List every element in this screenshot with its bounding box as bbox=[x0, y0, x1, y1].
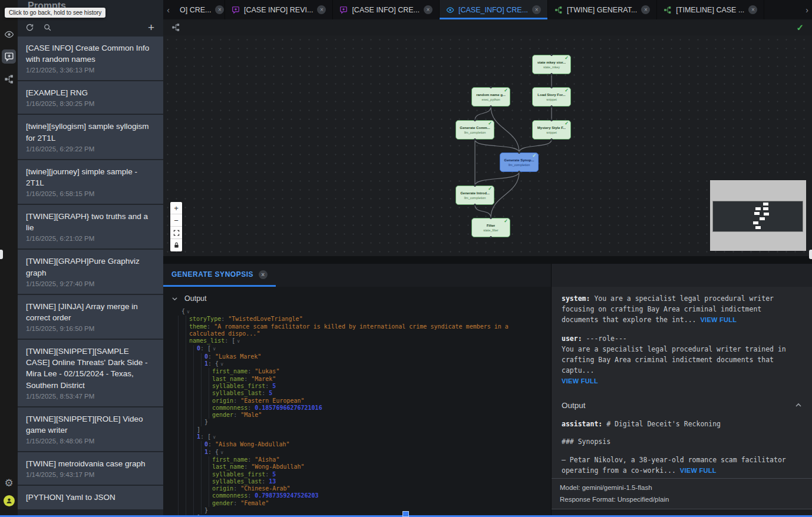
tab-strip: O] CRE...×[CASE INFO] REVI...×[CASE INFO… bbox=[173, 0, 802, 19]
graph-node[interactable]: ✓Generate Introd...llm_completion bbox=[455, 185, 494, 205]
expand-caret-icon[interactable]: ∨ bbox=[211, 346, 216, 352]
splitter-grip-left[interactable] bbox=[0, 250, 3, 259]
prompt-list-item[interactable]: [twine][syllogism] sample syllogism for … bbox=[18, 115, 163, 158]
node-handle[interactable] bbox=[490, 217, 492, 219]
json-line: 1: { ∨ bbox=[163, 360, 551, 368]
prompt-list-item[interactable]: [TWINE] metroidvania case graph1/14/2025… bbox=[18, 452, 163, 485]
minimap-node bbox=[753, 221, 758, 224]
node-handle[interactable] bbox=[474, 184, 476, 187]
node-handle[interactable] bbox=[490, 236, 492, 238]
prompt-item-title: [TWINE] metroidvania case graph bbox=[26, 458, 155, 469]
add-prompt-button[interactable]: + bbox=[148, 22, 154, 33]
prompt-list-item[interactable]: [PYTHON] Yaml to JSON bbox=[18, 486, 163, 509]
expand-caret-icon[interactable]: ∨ bbox=[211, 435, 216, 440]
node-handle[interactable] bbox=[490, 105, 492, 108]
node-handle[interactable] bbox=[474, 119, 476, 121]
node-handle[interactable] bbox=[550, 86, 553, 88]
json-line: } bbox=[163, 507, 551, 514]
prompt-list-item[interactable]: [CASE INFO] Create Common Info with rand… bbox=[18, 37, 163, 80]
editor-tab[interactable]: [CASE INFO] REVI...× bbox=[225, 0, 333, 19]
account-icon[interactable] bbox=[2, 493, 16, 508]
node-handle[interactable] bbox=[518, 171, 520, 173]
prompt-list-item[interactable]: [TWINE][SNIPPET][SAMPLE CASE] Online Thr… bbox=[18, 340, 163, 406]
prompt-icon[interactable] bbox=[2, 49, 16, 64]
view-full-link[interactable]: VIEW FULL bbox=[700, 316, 737, 323]
tab-close-icon[interactable]: × bbox=[317, 5, 326, 14]
editor-tab[interactable]: [TWINE] GENERAT...× bbox=[548, 0, 657, 19]
node-handle[interactable] bbox=[518, 151, 520, 154]
node-handle[interactable] bbox=[474, 138, 476, 141]
graph-node[interactable]: ✓Load Story For...snippet bbox=[532, 87, 571, 107]
expand-caret-icon[interactable]: ∨ bbox=[219, 362, 223, 367]
tab-close-icon[interactable]: × bbox=[532, 5, 541, 14]
editor-tab[interactable]: O] CRE...× bbox=[173, 0, 225, 19]
tab-close-icon[interactable]: × bbox=[748, 5, 757, 14]
fit-view-button[interactable] bbox=[170, 227, 182, 239]
prompt-item-timestamp: 1/16/2025, 8:30:25 PM bbox=[26, 100, 155, 107]
editor-tab[interactable]: [CASE INFO] CRE...× bbox=[333, 0, 440, 19]
eye-icon[interactable] bbox=[2, 27, 16, 41]
prompt-item-title: [twine][syllogism] sample syllogism for … bbox=[26, 121, 155, 143]
prompt-item-title: [TWINE] [JINJA] Array merge in correct o… bbox=[26, 301, 155, 323]
output-header: Output bbox=[562, 401, 802, 410]
graph-canvas[interactable]: + − ✓state mkey stor...state_mkey✓random… bbox=[163, 35, 812, 256]
tab-generate-synopsis[interactable]: GENERATE SYNOPSIS × bbox=[163, 264, 276, 287]
node-handle[interactable] bbox=[474, 204, 476, 206]
tab-scroll-right-icon[interactable]: › bbox=[802, 0, 812, 19]
json-line: ] bbox=[163, 426, 551, 433]
tab-close-icon[interactable]: × bbox=[641, 5, 650, 14]
graph-node[interactable]: ✓Generate Synop...llm_completion bbox=[500, 153, 539, 172]
node-handle[interactable] bbox=[550, 73, 553, 75]
bottom-resize-handle[interactable] bbox=[402, 511, 409, 517]
refresh-icon[interactable] bbox=[25, 23, 34, 32]
tab-close-icon[interactable]: × bbox=[215, 5, 224, 14]
editor-tab[interactable]: [CASE_INFO] CRE...× bbox=[440, 0, 548, 19]
collapse-caret-icon[interactable] bbox=[171, 296, 178, 302]
node-subtitle: state_mkey bbox=[543, 65, 560, 69]
json-line: 0: "Aisha Wong-Abdullah" bbox=[163, 441, 551, 448]
graph-node[interactable]: ✓random name g...exec_python bbox=[471, 87, 510, 107]
prompt-list-item[interactable]: [EXAMPLE] RNG1/16/2025, 8:30:25 PM bbox=[18, 81, 163, 114]
node-subtitle: exec_python bbox=[481, 98, 500, 101]
node-handle[interactable] bbox=[550, 138, 553, 141]
chevron-up-icon[interactable] bbox=[795, 402, 802, 409]
zoom-out-button[interactable]: − bbox=[170, 214, 182, 227]
json-line: origin: "Chinese-Arab" bbox=[163, 485, 551, 492]
view-full-link[interactable]: VIEW FULL bbox=[562, 377, 598, 385]
graph-node[interactable]: ✓Mystery Style F...snippet bbox=[532, 120, 571, 140]
view-full-link[interactable]: VIEW FULL bbox=[680, 467, 717, 474]
node-handle[interactable] bbox=[550, 54, 553, 56]
workflow-icon[interactable] bbox=[2, 72, 16, 86]
editor-tab[interactable]: [TIMELINE] CASE ...× bbox=[657, 0, 764, 19]
tab-scroll-left-icon[interactable]: ‹ bbox=[163, 0, 173, 19]
output-panel-tabs: GENERATE SYNOPSIS × bbox=[163, 264, 551, 287]
graph-node[interactable]: ✓state mkey stor...state_mkey bbox=[532, 55, 571, 74]
panel-splitter[interactable] bbox=[163, 256, 812, 264]
expand-caret-icon[interactable]: ∨ bbox=[185, 309, 190, 314]
check-icon: ✓ bbox=[532, 153, 536, 158]
node-handle[interactable] bbox=[550, 119, 553, 121]
minimap[interactable] bbox=[710, 180, 806, 251]
prompt-list-item[interactable]: [TWINE] [JINJA] Array merge in correct o… bbox=[18, 295, 163, 339]
lock-button[interactable] bbox=[170, 239, 182, 251]
graph-node[interactable]: ✓Filterstate_filter bbox=[471, 218, 510, 237]
expand-caret-icon[interactable]: ∨ bbox=[219, 450, 223, 455]
node-handle[interactable] bbox=[490, 86, 492, 88]
prompt-list-item[interactable]: [TWINE][GRAPH} two truths and a lie1/16/… bbox=[18, 205, 163, 248]
prompt-item-timestamp: 1/16/2025, 6:29:22 PM bbox=[26, 145, 155, 153]
expand-caret-icon[interactable]: ∨ bbox=[235, 339, 240, 344]
tab-close-icon[interactable]: × bbox=[424, 5, 433, 14]
graph-node[interactable]: ✓Generate Comm...llm_completion bbox=[455, 120, 494, 140]
node-handle[interactable] bbox=[550, 105, 553, 108]
prompt-list-item[interactable]: [TWINE][SNIPPET][ROLE] Video game writer… bbox=[18, 407, 163, 451]
workflow-icon bbox=[171, 23, 180, 32]
tab-close-icon[interactable]: × bbox=[259, 270, 268, 279]
gear-icon[interactable]: ⚙ bbox=[2, 476, 16, 490]
prompt-icon bbox=[232, 6, 240, 14]
minimap-node bbox=[755, 207, 761, 210]
search-icon[interactable] bbox=[43, 23, 52, 32]
zoom-in-button[interactable]: + bbox=[170, 202, 182, 214]
splitter-grip-right[interactable] bbox=[809, 250, 812, 259]
prompt-list-item[interactable]: [twine][journey] simple sample - 2T1L1/1… bbox=[18, 160, 163, 204]
prompt-list-item[interactable]: [TWINE][GRAPH]Pure Graphviz graph1/15/20… bbox=[18, 250, 163, 293]
